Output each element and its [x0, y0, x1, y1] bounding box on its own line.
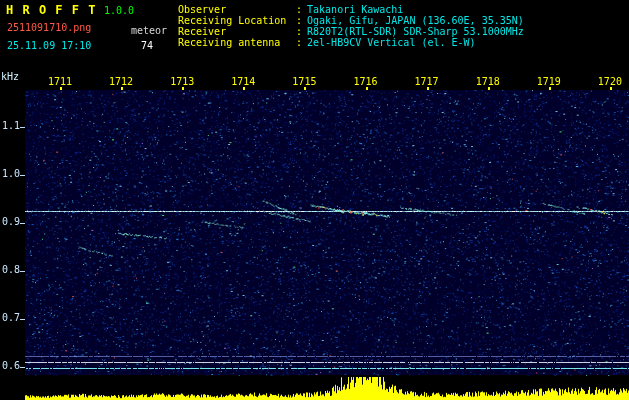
y-tick-label: 1.1: [2, 121, 20, 131]
x-tick-label: 1719: [536, 77, 562, 87]
info-separator: :: [296, 4, 302, 15]
y-tick-label: 0.9: [2, 217, 20, 227]
info-row-observer: Observer:Takanori Kawachi: [178, 4, 524, 15]
echo-count: 74: [141, 40, 153, 51]
info-row-receiver: Receiver:R820T2(RTL-SDR) SDR-Sharp 53.10…: [178, 26, 524, 37]
info-row-location: Receiving Location:Ogaki, Gifu, JAPAN (1…: [178, 15, 524, 26]
hrofft-output: H R O F F T 1.0.0 2511091710.png meteor …: [0, 0, 629, 400]
x-tick-label: 1717: [414, 77, 440, 87]
info-value: 2el-HB9CV Vertical (el. E-W): [307, 37, 476, 48]
x-tick-label: 1718: [475, 77, 501, 87]
app-title: H R O F F T: [6, 3, 96, 17]
x-tick-label: 1713: [169, 77, 195, 87]
y-tick-label: 1.0: [2, 169, 20, 179]
info-row-antenna: Receiving antenna:2el-HB9CV Vertical (el…: [178, 37, 524, 48]
observation-timestamp: 25.11.09 17:10: [7, 40, 91, 51]
y-tick-label: 0.8: [2, 265, 20, 275]
mode-label: meteor: [131, 25, 167, 36]
info-separator: :: [296, 37, 302, 48]
x-tick-label: 1716: [353, 77, 379, 87]
x-tick-label: 1712: [108, 77, 134, 87]
x-tick-label: 1711: [47, 77, 73, 87]
info-separator: :: [296, 26, 302, 37]
y-tick-label: 0.7: [2, 313, 20, 323]
info-separator: :: [296, 15, 302, 26]
x-tick-label: 1715: [291, 77, 317, 87]
y-axis-unit-label: kHz: [1, 71, 19, 82]
info-label: Receiving Location: [178, 15, 296, 26]
header: H R O F F T 1.0.0 2511091710.png meteor …: [0, 0, 629, 400]
info-value: Ogaki, Gifu, JAPAN (136.60E, 35.35N): [307, 15, 524, 26]
info-label: Receiver: [178, 26, 296, 37]
observer-info-table: Observer:Takanori Kawachi Receiving Loca…: [178, 4, 524, 48]
x-tick-label: 1720: [597, 77, 623, 87]
info-value: Takanori Kawachi: [307, 4, 403, 15]
info-value: R820T2(RTL-SDR) SDR-Sharp 53.1000MHz: [307, 26, 524, 37]
app-version: 1.0.0: [104, 5, 134, 16]
info-label: Observer: [178, 4, 296, 15]
y-tick-label: 0.6: [2, 361, 20, 371]
info-label: Receiving antenna: [178, 37, 296, 48]
x-tick-label: 1714: [230, 77, 256, 87]
output-filename: 2511091710.png: [7, 22, 91, 33]
